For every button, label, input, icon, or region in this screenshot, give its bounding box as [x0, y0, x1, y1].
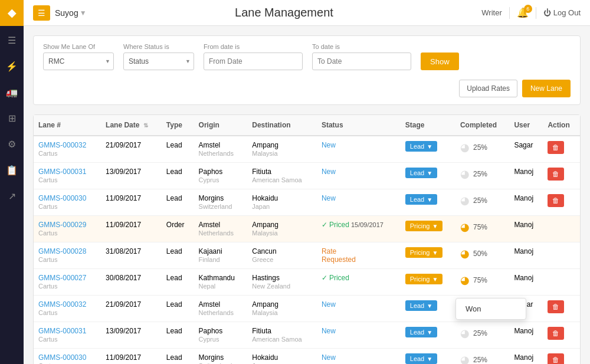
- sidebar-icon-grid[interactable]: ⊞: [0, 106, 24, 130]
- td-status: RateRequested: [317, 242, 401, 269]
- to-date-input[interactable]: [312, 53, 411, 70]
- stage-badge[interactable]: Pricing ▼: [405, 274, 443, 284]
- user-name[interactable]: Suyog: [55, 8, 78, 18]
- delete-button[interactable]: 🗑: [548, 168, 564, 181]
- table-header-row: Lane # Lane Date ⇅ Type Origin Destinati…: [34, 115, 580, 136]
- td-user: Manoj: [509, 269, 543, 296]
- table-row: GMMS-000027 Cartus 30/08/2017 Lead Kathm…: [34, 269, 580, 296]
- sort-icon[interactable]: ⇅: [143, 122, 148, 129]
- logout-button[interactable]: ⏻ Log Out: [543, 8, 581, 17]
- filter-bar: Show Me Lane Of RMC Where Status is Stat…: [33, 35, 581, 105]
- progress-cell: ◕ 25%: [460, 141, 504, 154]
- company-name: Cartus: [38, 309, 57, 316]
- td-lane-id: GMMS-000032 Cartus: [34, 296, 101, 322]
- td-status: New: [317, 322, 401, 349]
- notification-badge: 6: [524, 5, 532, 13]
- sidebar-icon-export[interactable]: ↗: [0, 184, 24, 208]
- table-row: GMMS-000029 Cartus 11/09/2017 Order Amst…: [34, 216, 580, 242]
- lane-id-link[interactable]: GMMS-000030: [38, 194, 86, 202]
- td-action: [543, 269, 580, 296]
- stage-badge[interactable]: Lead ▼: [405, 300, 437, 311]
- td-completed: ◕ 25%: [455, 349, 509, 365]
- lane-id-link[interactable]: GMMS-000031: [38, 327, 86, 335]
- status-new: New: [322, 327, 336, 335]
- stage-badge[interactable]: Lead ▼: [405, 194, 437, 205]
- pie-chart-icon: ◕: [460, 274, 470, 287]
- td-lane-id: GMMS-000031 Cartus: [34, 322, 101, 349]
- delete-button[interactable]: 🗑: [548, 353, 564, 364]
- stage-badge[interactable]: Lead ▼: [405, 327, 437, 337]
- table-row: GMMS-000032 Cartus 21/09/2017 Lead Amste…: [34, 136, 580, 163]
- td-lane-id: GMMS-000030 Cartus: [34, 189, 101, 216]
- lane-of-select[interactable]: RMC: [43, 53, 114, 70]
- hamburger-button[interactable]: ☰: [33, 5, 50, 21]
- destination-country: Malaysia: [252, 150, 277, 157]
- won-dropdown: Won: [455, 298, 526, 320]
- td-status: ✓ Priced: [317, 269, 401, 296]
- from-date-input[interactable]: [204, 53, 303, 70]
- lane-id-link[interactable]: GMMS-000029: [38, 221, 86, 229]
- origin-country: Netherlands: [199, 309, 234, 316]
- lane-id-link[interactable]: GMMS-000031: [38, 168, 86, 176]
- notifications-button[interactable]: 🔔 6: [517, 7, 529, 18]
- td-action: 🗑: [543, 349, 580, 365]
- user-dropdown-arrow[interactable]: ▼: [80, 9, 87, 17]
- sidebar-icon-lightning[interactable]: ⚡: [0, 54, 24, 78]
- stage-badge[interactable]: Pricing ▼: [405, 247, 443, 258]
- origin-country: Netherlands: [199, 150, 234, 157]
- progress-cell: ◕ 25%: [460, 194, 504, 207]
- delete-button[interactable]: 🗑: [548, 194, 564, 207]
- pie-chart-icon: ◕: [460, 141, 470, 154]
- stage-badge[interactable]: Pricing ▼: [405, 221, 443, 231]
- lane-id-link[interactable]: GMMS-000032: [38, 300, 86, 309]
- col-origin: Origin: [194, 115, 248, 136]
- show-button[interactable]: Show: [421, 53, 459, 70]
- stage-badge[interactable]: Lead ▼: [405, 168, 437, 178]
- destination-country: Greece: [252, 256, 273, 263]
- sidebar-icon-truck[interactable]: 🚛: [0, 80, 24, 104]
- col-user: User: [509, 115, 543, 136]
- td-completed: ◕ 25%: [455, 136, 509, 163]
- lane-id-link[interactable]: GMMS-000032: [38, 141, 86, 149]
- td-destination: Hokaidu Japan: [247, 349, 317, 365]
- company-name: Cartus: [38, 203, 57, 210]
- stage-badge[interactable]: Lead ▼: [405, 353, 437, 364]
- td-action: [543, 242, 580, 269]
- new-lane-button[interactable]: New Lane: [522, 80, 571, 97]
- stage-badge[interactable]: Lead ▼: [405, 141, 437, 152]
- origin-country: Switzerland: [199, 203, 232, 210]
- delete-button[interactable]: 🗑: [548, 141, 564, 154]
- td-status: New: [317, 136, 401, 163]
- table-row: GMMS-000030 Cartus 11/09/2017 Lead Morgi…: [34, 189, 580, 216]
- sidebar-icon-menu[interactable]: ☰: [0, 28, 24, 52]
- header-divider: [509, 7, 510, 19]
- col-completed: Completed: [455, 115, 509, 136]
- filter-status-label: Where Status is: [123, 43, 194, 50]
- td-stage: Lead ▼: [401, 163, 455, 189]
- td-completed: ◕ 75%: [455, 216, 509, 242]
- pie-chart-icon: ◕: [460, 247, 470, 260]
- filter-from-date: From date is: [204, 43, 303, 70]
- td-lane-id: GMMS-000030 Cartus: [34, 349, 101, 365]
- lane-id-link[interactable]: GMMS-000028: [38, 247, 86, 255]
- td-stage: Lead ▼: [401, 349, 455, 365]
- filter-lane-of-label: Show Me Lane Of: [43, 43, 114, 50]
- sidebar-icon-settings[interactable]: ⚙: [0, 132, 24, 156]
- status-select[interactable]: Status: [123, 53, 194, 70]
- sidebar-icon-report[interactable]: 📋: [0, 158, 24, 182]
- delete-button[interactable]: 🗑: [548, 327, 564, 340]
- td-user: Manoj: [509, 322, 543, 349]
- lane-id-link[interactable]: GMMS-000027: [38, 274, 86, 282]
- td-stage: Pricing ▼: [401, 269, 455, 296]
- won-dropdown-item[interactable]: Won: [456, 299, 526, 319]
- lane-id-link[interactable]: GMMS-000030: [38, 353, 86, 362]
- td-completed: ◕ 50%: [455, 242, 509, 269]
- company-name: Cartus: [38, 150, 57, 157]
- td-user: Manoj: [509, 349, 543, 365]
- td-origin: Paphos Cyprus: [194, 163, 248, 189]
- td-status: New: [317, 163, 401, 189]
- main-content: ☰ Suyog ▼ Lane Management Writer 🔔 6 ⏻ L…: [24, 0, 590, 364]
- td-action: 🗑: [543, 296, 580, 322]
- upload-rates-button[interactable]: Upload Rates: [459, 80, 517, 97]
- delete-button[interactable]: 🗑: [548, 300, 564, 313]
